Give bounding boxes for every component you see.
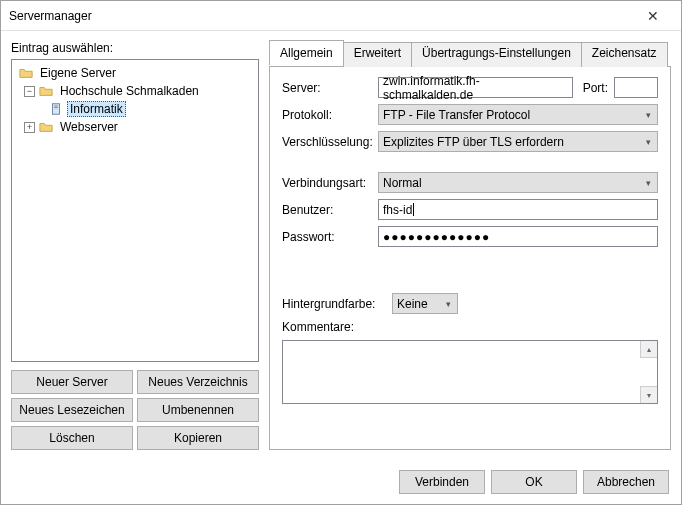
folder-icon xyxy=(18,65,34,81)
server-input[interactable]: zwin.informatik.fh-schmalkalden.de xyxy=(378,77,573,98)
scroll-down-icon[interactable]: ▾ xyxy=(640,386,657,403)
user-label: Benutzer: xyxy=(282,203,378,217)
bgcolor-select[interactable]: Keine▾ xyxy=(392,293,458,314)
chevron-down-icon: ▾ xyxy=(646,178,651,188)
tab-transfer[interactable]: Übertragungs-Einstellungen xyxy=(411,42,582,67)
svg-rect-0 xyxy=(53,104,60,115)
encryption-label: Verschlüsselung: xyxy=(282,135,378,149)
ok-button[interactable]: OK xyxy=(491,470,577,494)
server-tree[interactable]: Eigene Server − Hochschule Schmalkaden I… xyxy=(11,59,259,362)
tree-item-webserver[interactable]: + Webserver xyxy=(14,118,256,136)
general-form: Server: zwin.informatik.fh-schmalkalden.… xyxy=(269,66,671,450)
rename-button[interactable]: Umbenennen xyxy=(137,398,259,422)
tree-item-informatik[interactable]: Informatik xyxy=(14,100,256,118)
protocol-select[interactable]: FTP - File Transfer Protocol▾ xyxy=(378,104,658,125)
titlebar: Servermanager ✕ xyxy=(1,1,681,31)
new-server-button[interactable]: Neuer Server xyxy=(11,370,133,394)
copy-button[interactable]: Kopieren xyxy=(137,426,259,450)
cancel-button[interactable]: Abbrechen xyxy=(583,470,669,494)
port-input[interactable] xyxy=(614,77,658,98)
new-directory-button[interactable]: Neues Verzeichnis xyxy=(137,370,259,394)
select-entry-label: Eintrag auswählen: xyxy=(11,41,259,55)
server-icon xyxy=(48,101,64,117)
tree-root[interactable]: Eigene Server xyxy=(14,64,256,82)
left-panel: Eintrag auswählen: Eigene Server − Hochs… xyxy=(11,41,259,450)
right-panel: Allgemein Erweitert Übertragungs-Einstel… xyxy=(269,41,671,450)
user-input[interactable]: fhs-id xyxy=(378,199,658,220)
window-title: Servermanager xyxy=(9,9,633,23)
encryption-select[interactable]: Explizites FTP über TLS erfordern▾ xyxy=(378,131,658,152)
tab-bar: Allgemein Erweitert Übertragungs-Einstel… xyxy=(269,42,671,67)
dialog-footer: Verbinden OK Abbrechen xyxy=(1,460,681,504)
password-input[interactable]: ●●●●●●●●●●●●● xyxy=(378,226,658,247)
expand-icon[interactable]: + xyxy=(24,122,35,133)
folder-icon xyxy=(38,119,54,135)
chevron-down-icon: ▾ xyxy=(646,137,651,147)
folder-icon xyxy=(38,83,54,99)
connect-button[interactable]: Verbinden xyxy=(399,470,485,494)
chevron-down-icon: ▾ xyxy=(646,110,651,120)
collapse-icon[interactable]: − xyxy=(24,86,35,97)
server-manager-window: Servermanager ✕ Eintrag auswählen: Eigen… xyxy=(0,0,682,505)
tree-item-hs[interactable]: − Hochschule Schmalkaden xyxy=(14,82,256,100)
new-bookmark-button[interactable]: Neues Lesezeichen xyxy=(11,398,133,422)
tab-advanced[interactable]: Erweitert xyxy=(343,42,412,67)
tree-buttons: Neuer Server Neues Verzeichnis Neues Les… xyxy=(11,370,259,450)
conntype-label: Verbindungsart: xyxy=(282,176,378,190)
chevron-down-icon: ▾ xyxy=(446,299,451,309)
tab-charset[interactable]: Zeichensatz xyxy=(581,42,668,67)
svg-rect-2 xyxy=(54,107,58,108)
server-label: Server: xyxy=(282,81,378,95)
scroll-up-icon[interactable]: ▴ xyxy=(640,341,657,358)
text-cursor xyxy=(413,203,414,216)
port-label: Port: xyxy=(583,81,608,95)
tab-general[interactable]: Allgemein xyxy=(269,40,344,65)
close-icon[interactable]: ✕ xyxy=(633,8,673,24)
delete-button[interactable]: Löschen xyxy=(11,426,133,450)
protocol-label: Protokoll: xyxy=(282,108,378,122)
comments-label: Kommentare: xyxy=(282,320,354,334)
comments-textarea[interactable]: ▴ ▾ xyxy=(282,340,658,404)
svg-rect-1 xyxy=(54,106,58,107)
password-label: Passwort: xyxy=(282,230,378,244)
conntype-select[interactable]: Normal▾ xyxy=(378,172,658,193)
bgcolor-label: Hintergrundfarbe: xyxy=(282,297,392,311)
